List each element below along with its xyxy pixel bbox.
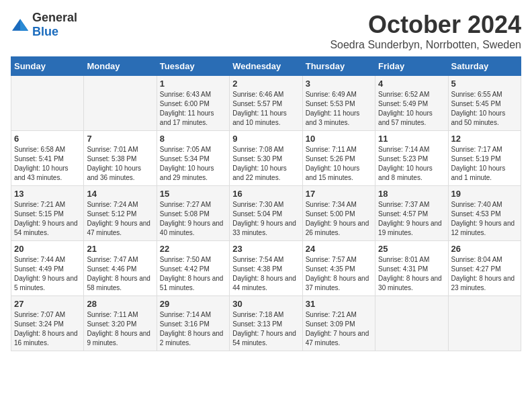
week-row-3: 13Sunrise: 7:21 AM Sunset: 5:15 PM Dayli… — [11, 186, 521, 241]
day-info: Sunrise: 7:54 AM Sunset: 4:38 PM Dayligh… — [232, 255, 299, 293]
day-number: 11 — [378, 134, 445, 144]
calendar-cell — [375, 296, 448, 351]
day-number: 13 — [14, 189, 81, 199]
day-info: Sunrise: 7:18 AM Sunset: 3:13 PM Dayligh… — [232, 310, 299, 348]
calendar-cell: 13Sunrise: 7:21 AM Sunset: 5:15 PM Dayli… — [11, 186, 84, 241]
logo: General Blue — [11, 11, 77, 39]
day-number: 4 — [378, 79, 445, 89]
calendar-cell: 11Sunrise: 7:14 AM Sunset: 5:23 PM Dayli… — [375, 131, 448, 186]
weekday-header-monday: Monday — [84, 57, 157, 76]
day-info: Sunrise: 7:37 AM Sunset: 4:57 PM Dayligh… — [378, 200, 445, 238]
logo-icon — [11, 18, 30, 32]
calendar-cell: 12Sunrise: 7:17 AM Sunset: 5:19 PM Dayli… — [448, 131, 521, 186]
header-area: General Blue October 2024 Soedra Sunderb… — [11, 11, 521, 51]
day-info: Sunrise: 7:24 AM Sunset: 5:12 PM Dayligh… — [87, 200, 153, 238]
day-info: Sunrise: 7:05 AM Sunset: 5:34 PM Dayligh… — [160, 145, 226, 183]
day-info: Sunrise: 7:44 AM Sunset: 4:49 PM Dayligh… — [14, 255, 81, 293]
calendar-cell: 4Sunrise: 6:52 AM Sunset: 5:49 PM Daylig… — [375, 76, 448, 131]
day-number: 3 — [306, 79, 372, 89]
location-title: Soedra Sunderbyn, Norrbotten, Sweden — [330, 39, 521, 51]
calendar-cell: 1Sunrise: 6:43 AM Sunset: 6:00 PM Daylig… — [157, 76, 229, 131]
day-number: 20 — [14, 244, 81, 254]
weekday-header-thursday: Thursday — [302, 57, 375, 76]
calendar-cell: 31Sunrise: 7:21 AM Sunset: 3:09 PM Dayli… — [302, 296, 375, 351]
day-number: 6 — [14, 134, 81, 144]
day-number: 28 — [87, 299, 153, 309]
weekday-header-friday: Friday — [375, 57, 448, 76]
calendar-cell: 29Sunrise: 7:14 AM Sunset: 3:16 PM Dayli… — [157, 296, 229, 351]
day-number: 22 — [160, 244, 226, 254]
logo-blue: Blue — [32, 25, 58, 38]
day-number: 8 — [160, 134, 226, 144]
week-row-4: 20Sunrise: 7:44 AM Sunset: 4:49 PM Dayli… — [11, 241, 521, 296]
day-info: Sunrise: 7:50 AM Sunset: 4:42 PM Dayligh… — [160, 255, 226, 293]
calendar-cell: 22Sunrise: 7:50 AM Sunset: 4:42 PM Dayli… — [157, 241, 229, 296]
day-number: 10 — [306, 134, 372, 144]
day-info: Sunrise: 7:01 AM Sunset: 5:38 PM Dayligh… — [87, 145, 153, 183]
day-number: 12 — [451, 134, 518, 144]
week-row-1: 1Sunrise: 6:43 AM Sunset: 6:00 PM Daylig… — [11, 76, 521, 131]
day-info: Sunrise: 7:30 AM Sunset: 5:04 PM Dayligh… — [232, 200, 299, 238]
day-info: Sunrise: 7:14 AM Sunset: 5:23 PM Dayligh… — [378, 145, 445, 183]
day-info: Sunrise: 6:52 AM Sunset: 5:49 PM Dayligh… — [378, 90, 445, 128]
week-row-2: 6Sunrise: 6:58 AM Sunset: 5:41 PM Daylig… — [11, 131, 521, 186]
day-number: 18 — [378, 189, 445, 199]
calendar-cell: 28Sunrise: 7:11 AM Sunset: 3:20 PM Dayli… — [84, 296, 157, 351]
week-row-5: 27Sunrise: 7:07 AM Sunset: 3:24 PM Dayli… — [11, 296, 521, 351]
day-number: 24 — [306, 244, 372, 254]
day-info: Sunrise: 7:08 AM Sunset: 5:30 PM Dayligh… — [232, 145, 299, 183]
day-info: Sunrise: 7:07 AM Sunset: 3:24 PM Dayligh… — [14, 310, 81, 348]
calendar-cell: 5Sunrise: 6:55 AM Sunset: 5:45 PM Daylig… — [448, 76, 521, 131]
calendar-cell: 3Sunrise: 6:49 AM Sunset: 5:53 PM Daylig… — [302, 76, 375, 131]
calendar-cell: 18Sunrise: 7:37 AM Sunset: 4:57 PM Dayli… — [375, 186, 448, 241]
calendar-cell: 30Sunrise: 7:18 AM Sunset: 3:13 PM Dayli… — [230, 296, 302, 351]
weekday-header-tuesday: Tuesday — [157, 57, 229, 76]
day-number: 7 — [87, 134, 153, 144]
weekday-header-wednesday: Wednesday — [230, 57, 302, 76]
day-number: 31 — [306, 299, 372, 309]
calendar-cell: 16Sunrise: 7:30 AM Sunset: 5:04 PM Dayli… — [230, 186, 302, 241]
day-info: Sunrise: 7:11 AM Sunset: 5:26 PM Dayligh… — [306, 145, 372, 183]
calendar-cell — [84, 76, 157, 131]
day-number: 14 — [87, 189, 153, 199]
day-info: Sunrise: 7:14 AM Sunset: 3:16 PM Dayligh… — [160, 310, 226, 348]
calendar-cell: 2Sunrise: 6:46 AM Sunset: 5:57 PM Daylig… — [230, 76, 302, 131]
day-info: Sunrise: 6:46 AM Sunset: 5:57 PM Dayligh… — [232, 90, 299, 128]
calendar-cell: 14Sunrise: 7:24 AM Sunset: 5:12 PM Dayli… — [84, 186, 157, 241]
day-number: 17 — [306, 189, 372, 199]
day-number: 23 — [232, 244, 299, 254]
day-number: 29 — [160, 299, 226, 309]
calendar-cell: 8Sunrise: 7:05 AM Sunset: 5:34 PM Daylig… — [157, 131, 229, 186]
month-title: October 2024 — [330, 11, 521, 39]
day-info: Sunrise: 7:27 AM Sunset: 5:08 PM Dayligh… — [160, 200, 226, 238]
calendar-cell: 7Sunrise: 7:01 AM Sunset: 5:38 PM Daylig… — [84, 131, 157, 186]
day-number: 26 — [451, 244, 518, 254]
day-info: Sunrise: 7:21 AM Sunset: 5:15 PM Dayligh… — [14, 200, 81, 238]
day-number: 21 — [87, 244, 153, 254]
calendar-cell: 9Sunrise: 7:08 AM Sunset: 5:30 PM Daylig… — [230, 131, 302, 186]
day-info: Sunrise: 6:43 AM Sunset: 6:00 PM Dayligh… — [160, 90, 226, 128]
day-number: 9 — [232, 134, 299, 144]
calendar-cell: 26Sunrise: 8:04 AM Sunset: 4:27 PM Dayli… — [448, 241, 521, 296]
weekday-header-row: SundayMondayTuesdayWednesdayThursdayFrid… — [11, 57, 521, 76]
calendar-cell: 21Sunrise: 7:47 AM Sunset: 4:46 PM Dayli… — [84, 241, 157, 296]
calendar-cell: 17Sunrise: 7:34 AM Sunset: 5:00 PM Dayli… — [302, 186, 375, 241]
day-info: Sunrise: 6:49 AM Sunset: 5:53 PM Dayligh… — [306, 90, 372, 128]
day-info: Sunrise: 7:34 AM Sunset: 5:00 PM Dayligh… — [306, 200, 372, 238]
day-number: 30 — [232, 299, 299, 309]
weekday-header-saturday: Saturday — [448, 57, 521, 76]
day-number: 2 — [232, 79, 299, 89]
calendar-cell: 10Sunrise: 7:11 AM Sunset: 5:26 PM Dayli… — [302, 131, 375, 186]
calendar-cell: 24Sunrise: 7:57 AM Sunset: 4:35 PM Dayli… — [302, 241, 375, 296]
day-number: 1 — [160, 79, 226, 89]
day-info: Sunrise: 8:04 AM Sunset: 4:27 PM Dayligh… — [451, 255, 518, 293]
day-number: 5 — [451, 79, 518, 89]
title-area: October 2024 Soedra Sunderbyn, Norrbotte… — [330, 11, 521, 51]
calendar-cell: 6Sunrise: 6:58 AM Sunset: 5:41 PM Daylig… — [11, 131, 84, 186]
day-info: Sunrise: 7:47 AM Sunset: 4:46 PM Dayligh… — [87, 255, 153, 293]
day-number: 16 — [232, 189, 299, 199]
svg-marker-1 — [20, 19, 28, 30]
calendar-cell: 19Sunrise: 7:40 AM Sunset: 4:53 PM Dayli… — [448, 186, 521, 241]
day-info: Sunrise: 6:55 AM Sunset: 5:45 PM Dayligh… — [451, 90, 518, 128]
day-info: Sunrise: 6:58 AM Sunset: 5:41 PM Dayligh… — [14, 145, 81, 183]
